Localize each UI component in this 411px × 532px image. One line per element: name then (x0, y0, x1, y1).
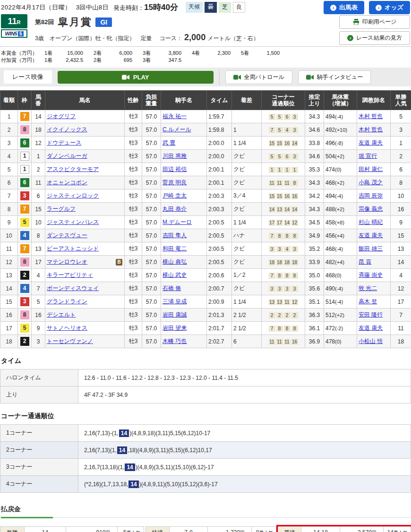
corner-row-value: 2,16,7(13,18)(1,14)(4,8,9)(3,5,11)(15,10… (78, 459, 411, 476)
horse-weight-diff: (+2) (335, 206, 344, 212)
finish-position: 3 (0, 137, 18, 150)
results-header-row: 着順枠馬 番馬名性齢負担 重量騎手名タイム着差コーナー 通過順位推定 上り馬体重… (0, 91, 411, 110)
trainer-link[interactable]: 友道 康夫 (359, 325, 383, 331)
margin (232, 110, 262, 123)
race-name: 皐月賞 (58, 15, 92, 29)
frame-cell: 8 (18, 256, 32, 269)
patrol-video-button[interactable]: 全周パトロール (225, 70, 292, 84)
jockey-link[interactable]: 丸田 恭介 (163, 206, 187, 212)
jockey-link[interactable]: 岩田 望来 (163, 325, 187, 331)
horse-name-link[interactable]: キラーアビリティ (47, 272, 93, 278)
horse-name-link[interactable]: ジオグリフ (47, 113, 76, 120)
horse-number: 3 (32, 335, 45, 348)
amount-unit: 円 (372, 530, 377, 532)
jockey-link[interactable]: 川田 将雅 (163, 153, 187, 159)
margin: クビ (232, 256, 262, 269)
trainer-link[interactable]: 宗像 義忠 (359, 206, 383, 212)
trainer-link[interactable]: 安田 隆行 (359, 311, 383, 318)
trainer-link[interactable]: 堀 宣行 (359, 153, 377, 159)
trainer-link[interactable]: 杉山 晴紀 (359, 219, 383, 225)
jockey-link[interactable]: 岩田 康誠 (163, 311, 187, 318)
trainer-link[interactable]: 友道 康夫 (359, 232, 383, 239)
jockey-link[interactable]: 横山 武史 (163, 272, 187, 278)
trainer-link[interactable]: 飯田 雄三 (359, 245, 383, 252)
horse-weight-diff: (0) (335, 339, 341, 344)
horse-name-link[interactable]: トーセンヴァンノ (47, 338, 93, 344)
jockey-interview-button[interactable]: 騎手インタビュー (298, 70, 371, 84)
horse-name-link[interactable]: マテンロウレオ (47, 258, 87, 265)
horse-name-link[interactable]: アスクビクターモア (47, 166, 99, 172)
jockey-link[interactable]: C.ルメール (163, 126, 191, 133)
horse-weight-diff: (0) (335, 167, 341, 172)
horse-name-link[interactable]: ラーグルフ (47, 206, 76, 212)
horse-name-link[interactable]: オニャンコポン (47, 179, 87, 186)
horse-name-link[interactable]: ジャスティンパレス (47, 219, 99, 225)
popularity-suffix: 番人気 (259, 530, 273, 532)
horse-name-link[interactable]: サトノヘリオス (47, 325, 87, 331)
horse-name-link[interactable]: イクイノックス (47, 126, 87, 133)
frame-cell: 5 (18, 216, 32, 229)
horse-number: 12 (32, 137, 45, 150)
trainer-link[interactable]: 田村 康仁 (359, 166, 383, 172)
trainer-link[interactable]: 高木 登 (359, 298, 377, 305)
horse-name-link[interactable]: グランドライン (47, 298, 87, 305)
jockey-link[interactable]: 石橋 脩 (163, 285, 181, 292)
horse-name-link[interactable]: ボーンディスウェイ (47, 285, 99, 292)
horse-name-link[interactable]: ジャスティンロック (47, 192, 99, 199)
trainer-link[interactable]: 牧 光二 (359, 285, 377, 292)
sex-age: 牡3 (125, 282, 142, 295)
entry-table-button[interactable]: › 出馬表 (324, 1, 364, 14)
trainer-link[interactable]: 小島 茂之 (359, 179, 383, 186)
corner-position: 12 (291, 220, 298, 226)
print-page-label: 印刷用ページ (362, 18, 397, 26)
horse-number: 17 (32, 256, 45, 269)
bet-type-label: 枠連 (146, 527, 169, 532)
win-popularity: 17 (391, 295, 411, 309)
play-button[interactable]: PLAY (58, 71, 214, 84)
carried-weight: 57.0 (142, 123, 161, 137)
weather-value-badge: 曇 (205, 2, 217, 13)
horse-name-link[interactable]: ダノンベルーガ (47, 153, 87, 159)
corner-position: 14 (269, 206, 275, 213)
odds-button[interactable]: › オッズ (369, 1, 410, 14)
trainer-link[interactable]: 木村 哲也 (359, 126, 383, 133)
corner-order-cell: 7888 (262, 229, 305, 242)
trainer-link[interactable]: 昆 貢 (359, 258, 371, 265)
horse-name-cell: アスクビクターモア (45, 163, 125, 176)
corner-position: 1 (284, 167, 291, 173)
jockey-link[interactable]: 戸崎 圭太 (163, 192, 187, 199)
horse-name-link[interactable]: デシエルト (47, 311, 76, 318)
print-page-button[interactable]: 印刷用ページ (339, 15, 410, 29)
frame-number-badge: 1 (20, 152, 29, 161)
trainer-link[interactable]: 小桧山 悟 (359, 338, 383, 344)
horse-weight-diff: (+2) (335, 180, 344, 186)
turf-condition-badge: 良 (233, 2, 245, 13)
trainer-link[interactable]: 木村 哲也 (359, 113, 383, 120)
jockey-link[interactable]: 三浦 皇成 (163, 298, 187, 305)
result-guide-button[interactable]: › レース結果の見方 (339, 31, 410, 45)
jockey-link[interactable]: 和田 竜二 (163, 245, 187, 252)
jockey-link[interactable]: 菅原 明良 (163, 179, 187, 186)
jockey-link[interactable]: 木幡 巧也 (163, 338, 187, 344)
finish-time: 2:00.5 (207, 256, 232, 269)
jockey-link[interactable]: 福永 祐一 (163, 113, 187, 120)
horse-weight-diff: (+10) (335, 127, 347, 133)
jockey-link[interactable]: 田辺 裕信 (163, 166, 187, 172)
jockey-cell: 岩田 康誠 (161, 309, 207, 322)
horse-name-link[interactable]: ビーアストニッシド (47, 245, 99, 252)
prize-place: 2着 (94, 50, 108, 57)
frame-number-badge: 1 (20, 165, 29, 174)
win-popularity: 2 (391, 150, 411, 163)
trainer-link[interactable]: 友道 康夫 (359, 139, 383, 146)
result-row: 411ダノンベルーガ牡357.0川田 将雅2:00.0クビ556334.6504… (0, 150, 411, 163)
jockey-link[interactable]: M.デムーロ (163, 219, 192, 225)
horse-name-link[interactable]: ダンテスヴュー (47, 232, 87, 239)
trainer-link[interactable]: 吉岡 辰弥 (359, 192, 383, 199)
jockey-link[interactable]: 武 豊 (163, 139, 175, 146)
frame-cell: 2 (18, 269, 32, 282)
horse-name-link[interactable]: ドウデュース (47, 139, 81, 146)
jockey-link[interactable]: 吉田 隼人 (163, 232, 187, 239)
jockey-link[interactable]: 横山 典弘 (163, 258, 187, 265)
carried-weight: 57.0 (142, 216, 161, 229)
trainer-link[interactable]: 斉藤 崇史 (359, 272, 383, 278)
